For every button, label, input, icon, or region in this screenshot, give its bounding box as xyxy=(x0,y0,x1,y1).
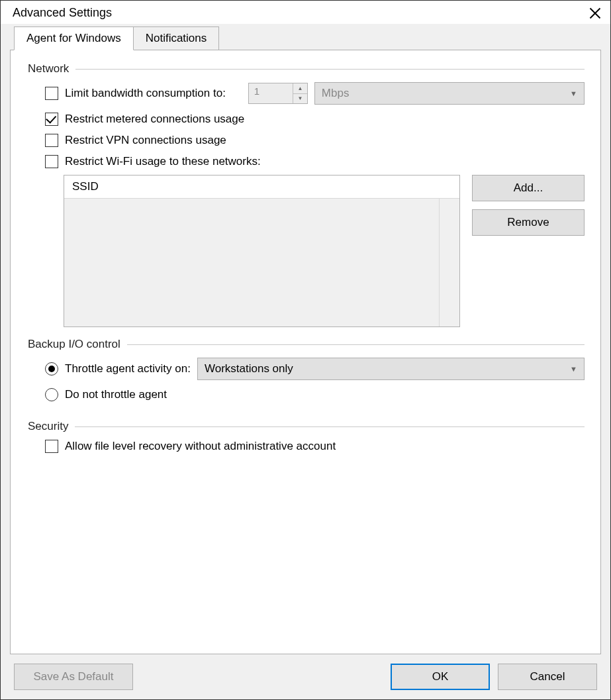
tab-panel-agent: Network Limit bandwidth consumption to: … xyxy=(10,50,601,654)
chevron-down-icon: ▼ xyxy=(570,89,577,97)
bandwidth-unit-dropdown[interactable]: Mbps ▼ xyxy=(314,82,585,105)
restrict-metered-checkbox[interactable] xyxy=(45,113,58,126)
window-title: Advanced Settings xyxy=(13,6,112,20)
restrict-vpn-label: Restrict VPN connections usage xyxy=(65,134,226,147)
save-as-default-button[interactable]: Save As Default xyxy=(14,664,133,690)
ssid-listbox[interactable]: SSID xyxy=(64,175,460,327)
dialog-footer: Save As Default OK Cancel xyxy=(10,654,601,691)
security-legend: Security xyxy=(26,420,75,433)
ok-button[interactable]: OK xyxy=(391,664,490,690)
restrict-wifi-checkbox[interactable] xyxy=(45,155,58,168)
chevron-down-icon[interactable]: ▼ xyxy=(293,94,307,104)
add-ssid-button[interactable]: Add... xyxy=(472,175,585,201)
throttle-target-value: Workstations only xyxy=(205,362,293,375)
titlebar: Advanced Settings xyxy=(1,1,610,24)
throttle-radio[interactable] xyxy=(45,362,58,375)
no-throttle-radio[interactable] xyxy=(45,388,58,401)
tab-notifications[interactable]: Notifications xyxy=(134,26,220,50)
ssid-list-body xyxy=(64,199,459,326)
spinner-arrows[interactable]: ▲ ▼ xyxy=(293,83,307,103)
security-group: Security Allow file level recovery witho… xyxy=(26,420,585,461)
bandwidth-value: 1 xyxy=(249,83,293,103)
restrict-vpn-checkbox[interactable] xyxy=(45,134,58,147)
io-control-group: Backup I/O control Throttle agent activi… xyxy=(26,338,585,409)
dialog-window: Advanced Settings Agent for Windows Noti… xyxy=(0,0,611,700)
tab-agent-windows[interactable]: Agent for Windows xyxy=(14,26,134,50)
io-legend: Backup I/O control xyxy=(26,338,127,351)
chevron-up-icon[interactable]: ▲ xyxy=(293,83,307,94)
chevron-down-icon: ▼ xyxy=(570,365,577,373)
bandwidth-spinner[interactable]: 1 ▲ ▼ xyxy=(248,83,308,104)
no-throttle-label: Do not throttle agent xyxy=(65,388,167,401)
limit-bandwidth-checkbox[interactable] xyxy=(45,87,58,100)
restrict-metered-label: Restrict metered connections usage xyxy=(65,113,244,126)
bandwidth-unit-value: Mbps xyxy=(322,87,350,100)
network-group: Network Limit bandwidth consumption to: … xyxy=(26,62,585,327)
restrict-wifi-label: Restrict Wi-Fi usage to these networks: xyxy=(65,155,261,168)
content-area: Agent for Windows Notifications Network … xyxy=(1,24,610,699)
throttle-label: Throttle agent activity on: xyxy=(65,362,191,375)
cancel-button[interactable]: Cancel xyxy=(498,664,597,690)
remove-ssid-button[interactable]: Remove xyxy=(472,209,585,236)
network-legend: Network xyxy=(26,62,75,75)
allow-recovery-label: Allow file level recovery without admini… xyxy=(65,440,336,453)
ssid-column-header: SSID xyxy=(64,175,459,199)
tab-strip: Agent for Windows Notifications xyxy=(10,26,601,50)
throttle-target-dropdown[interactable]: Workstations only ▼ xyxy=(197,358,585,380)
limit-bandwidth-label: Limit bandwidth consumption to: xyxy=(65,87,226,100)
close-icon[interactable] xyxy=(589,7,601,19)
allow-recovery-checkbox[interactable] xyxy=(45,440,58,453)
